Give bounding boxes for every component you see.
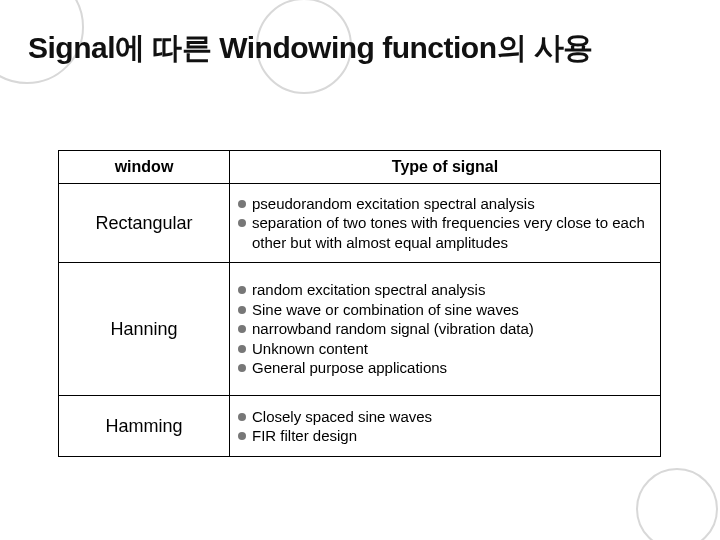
windowing-table: window Type of signal Rectangular pseudo… — [58, 150, 661, 457]
list-item: pseudorandom excitation spectral analysi… — [252, 194, 535, 214]
decorative-circle-bottom-right — [636, 468, 718, 540]
row-body-hanning: random excitation spectral analysis Sine… — [230, 263, 661, 396]
table-row: Rectangular pseudorandom excitation spec… — [59, 184, 661, 263]
row-label-rectangular: Rectangular — [59, 184, 230, 263]
header-type: Type of signal — [230, 151, 661, 184]
bullet-icon — [238, 345, 246, 353]
list-item: General purpose applications — [252, 358, 447, 378]
row-body-rectangular: pseudorandom excitation spectral analysi… — [230, 184, 661, 263]
slide-title: Signal에 따른 Windowing function의 사용 — [28, 28, 593, 69]
bullet-icon — [238, 364, 246, 372]
table-row: Hamming Closely spaced sine waves FIR fi… — [59, 396, 661, 457]
row-body-hamming: Closely spaced sine waves FIR filter des… — [230, 396, 661, 457]
list-item: Sine wave or combination of sine waves — [252, 300, 519, 320]
row-label-hamming: Hamming — [59, 396, 230, 457]
bullet-icon — [238, 306, 246, 314]
bullet-icon — [238, 413, 246, 421]
list-item: narrowband random signal (vibration data… — [252, 319, 534, 339]
bullet-icon — [238, 325, 246, 333]
table-header-row: window Type of signal — [59, 151, 661, 184]
bullet-icon — [238, 219, 246, 227]
bullet-icon — [238, 432, 246, 440]
list-item: separation of two tones with frequencies… — [252, 213, 652, 252]
list-item: Unknown content — [252, 339, 368, 359]
bullet-icon — [238, 286, 246, 294]
list-item: FIR filter design — [252, 426, 357, 446]
table-row: Hanning random excitation spectral analy… — [59, 263, 661, 396]
bullet-icon — [238, 200, 246, 208]
list-item: Closely spaced sine waves — [252, 407, 432, 427]
list-item: random excitation spectral analysis — [252, 280, 485, 300]
header-window: window — [59, 151, 230, 184]
row-label-hanning: Hanning — [59, 263, 230, 396]
